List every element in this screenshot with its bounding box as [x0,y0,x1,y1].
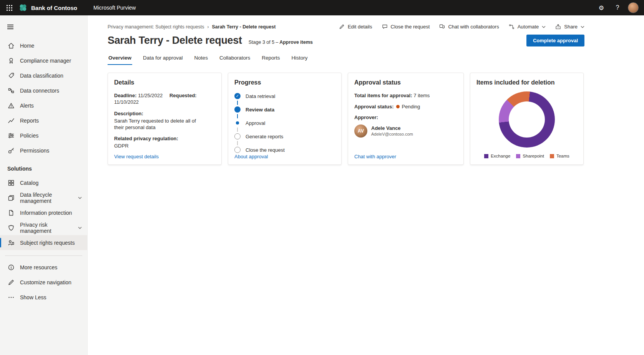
settings-gear-icon[interactable]: ⚙ [593,0,609,15]
sidebar-item-label: Home [20,43,34,49]
sidebar-item-alerts[interactable]: Alerts [0,98,87,113]
tab-overview[interactable]: Overview [108,54,132,65]
step-upcoming-icon [234,147,241,153]
deadline-label: Deadline: [114,93,137,98]
chat-with-collaborators-button[interactable]: Chat with collaborators [439,23,499,30]
sidebar-item-home[interactable]: Home [0,38,87,53]
card-title: Approval status [354,79,457,86]
purview-clover-logo-icon [18,3,28,12]
sidebar-item-subject-rights-requests[interactable]: Subject rights requests [0,235,87,250]
close-request-button[interactable]: Close the request [382,23,430,30]
approver-persona: AV Adele Vance AdeleV@contoso.com [354,124,457,138]
complete-approval-button[interactable]: Complete approval [526,35,584,46]
sidebar-item-label: Compliance manager [20,58,71,64]
shield-icon [7,224,15,232]
regulation-block: Related privacy regulation: GDPR [114,136,215,149]
help-icon[interactable]: ? [609,0,626,15]
breadcrumb-current: Sarah Terry - Delete request [212,24,276,30]
sidebar-item-data-classification[interactable]: Data classification [0,68,87,83]
donut-hole [509,101,545,138]
view-request-details-link[interactable]: View request details [114,154,159,159]
stage-name: Approve items [279,40,313,45]
step-completed-icon: ✓ [234,93,241,99]
approver-label: Approver: [354,114,457,121]
regulation-value: GDPR [114,143,206,149]
step-connector [237,128,238,132]
app-launcher-waffle-icon[interactable] [0,0,18,15]
sidebar-item-more-resources[interactable]: More resources [0,260,87,275]
details-card: Details Deadline: 11/25/2022 Requested: … [108,73,222,165]
approval-status-label: Approval status: [354,104,394,109]
about-approval-link[interactable]: About approval [234,154,268,159]
org-brand[interactable]: Bank of Contoso [18,3,77,12]
tab-history[interactable]: History [290,54,308,65]
product-name: Microsoft Purview [93,5,136,11]
sidebar-item-show-less[interactable]: Show Less [0,290,87,305]
sidebar-item-customize-navigation[interactable]: Customize navigation [0,275,87,290]
stage-label: Stage 3 of 5 [249,40,274,45]
chevron-down-icon [542,26,546,28]
edit-details-button[interactable]: Edit details [339,23,372,30]
close-request-icon [382,23,388,30]
share-icon [555,23,561,30]
tab-bar: Overview Data for approval Notes Collabo… [108,54,584,65]
chevron-down-icon [78,197,82,199]
sidebar-item-label: Subject rights requests [20,240,75,246]
sidebar-item-catalog[interactable]: Catalog [0,175,87,190]
legend-label: Sharepoint [523,154,544,158]
sidebar-item-label: Customize navigation [20,279,71,285]
sidebar-item-data-connectors[interactable]: Data connectors [0,83,87,98]
step-approval: Approval [234,119,335,127]
sidebar-item-label: More resources [20,264,57,270]
tab-reports[interactable]: Reports [261,54,281,65]
sidebar-item-label: Reports [20,118,39,124]
command-label: Share [564,24,578,30]
legend-swatch [550,154,554,158]
chevron-down-icon [78,227,82,229]
step-connector [237,141,238,145]
deadline-value: 11/25/2022 [138,93,163,98]
share-button[interactable]: Share [555,23,584,30]
approver-avatar: AV [354,124,367,138]
sidebar-section-solutions: Solutions [0,158,87,175]
breadcrumb-chevron-icon: › [207,24,209,30]
grid-icon [7,179,15,187]
approver-block: Approver: [354,114,457,121]
main-content: Privacy management: Subject rights reque… [88,15,644,355]
sidebar-item-policies[interactable]: Policies [0,128,87,143]
breadcrumb-parent-link[interactable]: Privacy management: Subject rights reque… [108,24,204,30]
sidebar-item-label: Data lifecycle management [20,192,73,204]
sidebar-item-reports[interactable]: Reports [0,113,87,128]
approver-name: Adele Vance [371,125,413,131]
tab-data-for-approval[interactable]: Data for approval [142,54,184,65]
sidebar-item-privacy-risk-management[interactable]: Privacy risk management [0,220,87,235]
file-icon [7,209,15,217]
approval-status-row: Approval status: Pending [354,104,457,109]
sidebar-item-permissions[interactable]: Permissions [0,143,87,158]
sidebar-item-label: Data connectors [20,88,59,94]
key-icon [7,147,15,154]
legend-label: Teams [556,154,569,158]
step-next-icon [234,120,241,126]
sidebar-item-label: Information protection [20,210,72,216]
status-badge: Pending [402,104,420,109]
tab-collaborators[interactable]: Collaborators [219,54,251,65]
approval-status-card: Approval status Total items for approval… [348,73,464,165]
tab-notes[interactable]: Notes [194,54,209,65]
card-title: Details [114,79,215,86]
chat-with-approver-link[interactable]: Chat with approver [354,154,396,159]
step-connector [237,101,238,105]
sidebar-item-label: Alerts [20,103,34,109]
chevron-down-icon [581,26,584,28]
chart-legend: Exchange Sharepoint Teams [476,154,577,158]
automate-button[interactable]: Automate [508,23,546,30]
user-avatar[interactable] [628,2,639,13]
home-icon [7,42,15,50]
info-icon [7,264,15,271]
hamburger-menu-icon[interactable] [5,21,16,33]
sidebar-item-data-lifecycle-management[interactable]: Data lifecycle management [0,190,87,205]
sidebar-item-label: Privacy risk management [20,222,73,234]
sidebar-item-information-protection[interactable]: Information protection [0,205,87,220]
stage-separator: – [276,40,278,45]
sidebar-item-compliance-manager[interactable]: Compliance manager [0,53,87,68]
